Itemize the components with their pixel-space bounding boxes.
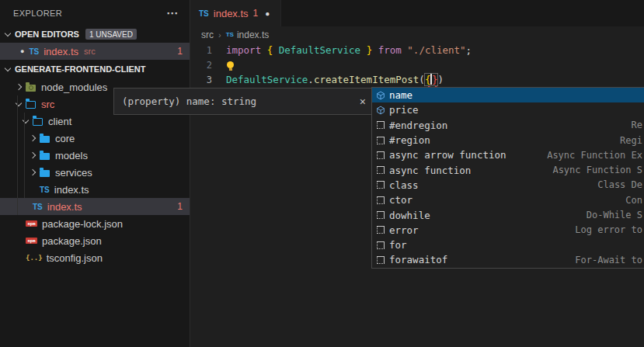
code-line-2[interactable]: 2 bbox=[191, 57, 644, 72]
tree-item-core[interactable]: core bbox=[0, 130, 190, 147]
tree-item-package-json[interactable]: npmpackage.json bbox=[0, 232, 190, 249]
suggestion-dowhile[interactable]: dowhileDo-While S bbox=[372, 207, 644, 222]
suggestion-label: #endregion bbox=[389, 120, 447, 131]
code-line-1[interactable]: 1import { DefaultService } from "./clien… bbox=[191, 43, 644, 57]
suggestion-price[interactable]: price bbox=[372, 102, 644, 117]
suggestion-label: async arrow function bbox=[389, 149, 506, 161]
open-editor-folder-hint: src bbox=[84, 47, 96, 56]
suggestion-async-function[interactable]: async functionAsync Function S bbox=[372, 162, 644, 177]
field-symbol-icon bbox=[376, 106, 385, 115]
line-number: 3 bbox=[191, 75, 226, 85]
tree-item-index-ts[interactable]: TSindex.ts bbox=[0, 181, 190, 198]
snippet-symbol-icon bbox=[377, 226, 385, 234]
folder-icon bbox=[40, 170, 50, 177]
suggestion-async-arrow-function[interactable]: async arrow functionAsync Function Ex bbox=[372, 147, 644, 162]
code-token: ; bbox=[466, 44, 472, 56]
snippet-symbol-icon bbox=[377, 121, 385, 129]
tree-item-label: tsconfig.json bbox=[47, 252, 103, 264]
autocomplete-popup: nameprice#endregionRe#regionRegiasync ar… bbox=[371, 87, 644, 269]
code-token: DefaultService bbox=[226, 74, 308, 85]
breadcrumb-item-file[interactable]: index.ts bbox=[237, 29, 269, 40]
breadcrumb: src › TS index.ts bbox=[191, 26, 644, 43]
snippet-symbol-icon bbox=[377, 196, 385, 204]
tree-item-index-ts[interactable]: TSindex.ts1 bbox=[0, 198, 190, 215]
project-section-header[interactable]: GENERATE-FRONTEND-CLIENT bbox=[0, 60, 190, 78]
explorer-title: EXPLORER bbox=[13, 9, 62, 18]
code-token: createItemItemPost bbox=[314, 74, 419, 85]
vscode-window: EXPLORER ⋯ OPEN EDITORS 1 UNSAVED ● TS i… bbox=[0, 0, 644, 347]
tree-item-label: package-lock.json bbox=[42, 218, 123, 230]
code-line-3[interactable]: 3DefaultService.createItemItemPost({}) bbox=[191, 72, 644, 87]
suggestion-label: price bbox=[389, 104, 419, 116]
breadcrumb-item-src[interactable]: src bbox=[201, 29, 214, 40]
chevron-right-icon bbox=[30, 135, 36, 141]
suggestion-ctor[interactable]: ctorCon bbox=[372, 193, 644, 207]
tab-modified-dot: ● bbox=[265, 9, 270, 18]
lightbulb-icon[interactable] bbox=[227, 61, 234, 68]
code-editor[interactable]: 1import { DefaultService } from "./clien… bbox=[191, 43, 644, 87]
suggestion-detail: Log error to bbox=[575, 224, 642, 235]
suggestion-label: for bbox=[389, 239, 407, 251]
project-name: GENERATE-FRONTEND-CLIENT bbox=[15, 64, 145, 74]
open-folder-icon bbox=[26, 101, 36, 109]
tree-item-tsconfig-json[interactable]: {..}tsconfig.json bbox=[0, 249, 190, 266]
close-icon[interactable]: × bbox=[360, 95, 366, 108]
tree-item-label: index.ts bbox=[54, 184, 89, 196]
suggestion--endregion[interactable]: #endregionRe bbox=[372, 118, 644, 133]
suggestion-label: ctor bbox=[389, 194, 413, 206]
tree-item-services[interactable]: services bbox=[0, 164, 190, 181]
suggestion--region[interactable]: #regionRegi bbox=[372, 133, 644, 147]
code-token: ) bbox=[437, 74, 444, 85]
tab-index-ts[interactable]: TS index.ts 1 ● bbox=[191, 0, 281, 26]
open-folder-icon bbox=[33, 118, 43, 126]
suggestion-detail: For-Await to bbox=[575, 255, 642, 265]
open-editors-header[interactable]: OPEN EDITORS 1 UNSAVED bbox=[0, 26, 190, 43]
suggestion-forawaitof[interactable]: forawaitofFor-Await to bbox=[372, 252, 644, 267]
suggestion-name[interactable]: name bbox=[372, 88, 644, 102]
tree-item-label: services bbox=[55, 167, 92, 179]
error-count-badge: 1 bbox=[177, 46, 183, 57]
tree-item-label: package.json bbox=[42, 235, 102, 247]
more-actions-icon[interactable]: ⋯ bbox=[166, 6, 179, 20]
chevron-right-icon bbox=[16, 84, 22, 90]
line-number: 2 bbox=[191, 60, 226, 71]
bracket-pair-highlight: {} bbox=[425, 74, 438, 85]
explorer-sidebar: EXPLORER ⋯ OPEN EDITORS 1 UNSAVED ● TS i… bbox=[0, 0, 190, 347]
code-token: "./client" bbox=[407, 44, 465, 56]
code-token: ( bbox=[419, 74, 425, 85]
code-token: import bbox=[226, 44, 267, 56]
suggestion-detail: Con bbox=[625, 195, 642, 206]
suggestion-for[interactable]: for bbox=[372, 238, 644, 252]
typescript-file-icon: TS bbox=[29, 47, 39, 56]
snippet-symbol-icon bbox=[377, 211, 385, 219]
modified-dot-icon: ● bbox=[20, 47, 24, 55]
open-editor-item-index-ts[interactable]: ● TS index.ts src 1 bbox=[0, 43, 190, 60]
tab-error-count: 1 bbox=[253, 8, 259, 19]
folder-icon bbox=[40, 153, 50, 160]
tree-item-client[interactable]: client bbox=[0, 113, 190, 130]
tree-item-models[interactable]: models bbox=[0, 147, 190, 164]
typescript-file-icon: TS bbox=[40, 186, 50, 194]
code-token: } bbox=[432, 74, 438, 85]
code-token: { bbox=[425, 74, 431, 85]
suggestion-detail: Re bbox=[632, 120, 642, 130]
tree-item-package-lock-json[interactable]: npmpackage-lock.json bbox=[0, 215, 190, 232]
open-editor-filename: index.ts bbox=[44, 46, 78, 57]
suggestion-class[interactable]: classClass De bbox=[372, 178, 644, 193]
suggestion-label: name bbox=[389, 89, 413, 101]
suggestion-detail: Do-While S bbox=[587, 210, 642, 220]
code-token: } bbox=[360, 44, 372, 56]
tree-item-label: models bbox=[55, 150, 88, 161]
suggestion-error[interactable]: errorLog error to bbox=[372, 223, 644, 238]
typescript-file-icon: TS bbox=[33, 203, 43, 211]
tree-item-label: node_modules bbox=[41, 82, 107, 93]
field-symbol-icon bbox=[376, 91, 385, 100]
tab-bar: TS index.ts 1 ● bbox=[191, 0, 644, 26]
snippet-symbol-icon bbox=[377, 151, 385, 159]
folder-icon bbox=[40, 136, 50, 143]
suggestion-label: class bbox=[389, 179, 419, 191]
code-token: DefaultService bbox=[279, 44, 360, 56]
suggestion-label: async function bbox=[389, 165, 471, 176]
unsaved-badge: 1 UNSAVED bbox=[85, 29, 137, 40]
npm-file-icon: npm bbox=[26, 238, 37, 244]
